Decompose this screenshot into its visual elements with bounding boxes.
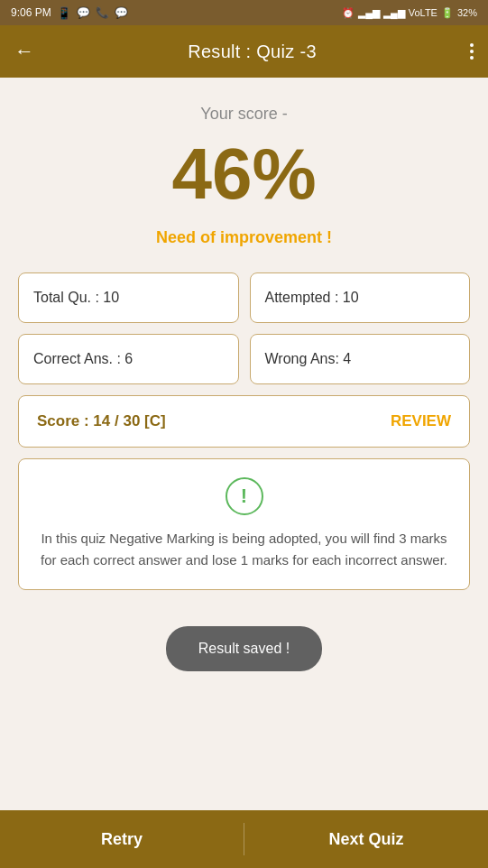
score-row: Score : 14 / 30 [C] REVIEW <box>18 395 470 448</box>
more-options-button[interactable] <box>470 43 474 60</box>
wrong-ans-box: Wrong Ans: 4 <box>250 334 471 384</box>
battery-icon: 🔋 <box>441 7 454 19</box>
app-icon-1: 💬 <box>77 6 90 19</box>
signal-icon-1: ▂▄▆ <box>358 7 380 19</box>
correct-ans-box: Correct Ans. : 6 <box>18 334 239 384</box>
page-title: Result : Quiz -3 <box>188 42 317 62</box>
performance-label: Need of improvement ! <box>156 228 332 247</box>
retry-button[interactable]: Retry <box>0 810 244 868</box>
whatsapp-icon: 📱 <box>57 6 71 20</box>
battery-percent: 32% <box>457 7 477 18</box>
back-button[interactable]: ← <box>14 40 34 63</box>
bottom-nav: Retry Next Quiz <box>0 810 488 868</box>
info-text: In this quiz Negative Marking is being a… <box>33 528 455 571</box>
status-time: 9:06 PM <box>11 6 51 19</box>
call-icon: 📞 <box>96 6 109 19</box>
your-score-label: Your score - <box>200 105 287 124</box>
warning-icon: ! <box>226 477 263 515</box>
info-box: ! In this quiz Negative Marking is being… <box>18 458 470 590</box>
attempted-box: Attempted : 10 <box>250 272 471 323</box>
status-left: 9:06 PM 📱 💬 📞 💬 <box>11 6 128 20</box>
result-saved-button: Result saved ! <box>166 626 322 671</box>
total-questions-box: Total Qu. : 10 <box>18 272 239 323</box>
dot-3 <box>470 56 474 60</box>
score-percentage: 46% <box>171 138 316 210</box>
alarm-icon: ⏰ <box>342 7 354 19</box>
wrong-ans-label: Wrong Ans: 4 <box>265 351 352 366</box>
dot-1 <box>470 43 474 47</box>
status-bar: 9:06 PM 📱 💬 📞 💬 ⏰ ▂▄▆ ▂▄▆ VoLTE 🔋 32% <box>0 0 488 25</box>
volte-label: VoLTE <box>409 7 437 18</box>
app-icon-2: 💬 <box>115 6 128 19</box>
app-bar: ← Result : Quiz -3 <box>0 25 488 78</box>
score-text: Score : 14 / 30 [C] <box>37 412 166 430</box>
main-content: Your score - 46% Need of improvement ! T… <box>0 78 488 810</box>
status-right: ⏰ ▂▄▆ ▂▄▆ VoLTE 🔋 32% <box>342 7 477 19</box>
attempted-label: Attempted : 10 <box>265 290 359 305</box>
correct-ans-label: Correct Ans. : 6 <box>33 351 133 366</box>
review-button[interactable]: REVIEW <box>391 412 451 430</box>
dot-2 <box>470 50 474 53</box>
next-quiz-button[interactable]: Next Quiz <box>244 810 488 868</box>
total-questions-label: Total Qu. : 10 <box>33 290 119 305</box>
signal-icon-2: ▂▄▆ <box>383 7 405 19</box>
stats-grid: Total Qu. : 10 Attempted : 10 Correct An… <box>18 272 470 384</box>
